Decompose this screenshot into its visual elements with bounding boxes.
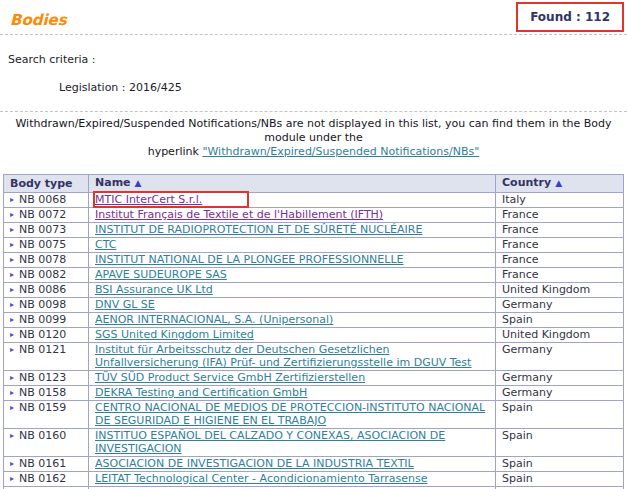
body-name-cell: TÜV SÜD Product Service GmbH Zertifizier… <box>89 371 496 386</box>
row-expand-arrow-icon[interactable]: ▸ <box>10 195 14 204</box>
body-name-link[interactable]: DEKRA Testing and Certification GmbH <box>95 386 307 399</box>
body-type-label: NB 0068 <box>19 193 66 206</box>
body-name-link[interactable]: INSTITUT DE RADIOPROTECTION ET DE SÛRETÉ… <box>95 223 422 236</box>
body-name-link[interactable]: AENOR INTERNACIONAL, S.A. (Unipersonal) <box>95 313 333 326</box>
country-cell: Spain <box>496 472 624 487</box>
body-type-label: NB 0098 <box>19 298 66 311</box>
body-name-cell: APAVE SUDEUROPE SAS <box>89 268 496 283</box>
body-name-wrap: Institut für Arbeitsschutz der Deutschen… <box>95 343 471 369</box>
sort-ascending-icon[interactable]: ▲ <box>135 178 142 188</box>
row-expand-arrow-icon[interactable]: ▸ <box>10 240 14 249</box>
page-header: Bodies Found : 112 <box>0 0 627 35</box>
body-name-cell: Institut für Arbeitsschutz der Deutschen… <box>89 343 496 371</box>
body-name-link[interactable]: DNV GL SE <box>95 298 155 311</box>
row-expand-arrow-icon[interactable]: ▸ <box>10 403 14 412</box>
row-expand-arrow-icon[interactable]: ▸ <box>10 300 14 309</box>
table-row: ▸NB 0159CENTRO NACIONAL DE MEDIOS DE PRO… <box>4 401 624 429</box>
body-type-cell: ▸NB 0121 <box>4 343 89 371</box>
row-expand-arrow-icon[interactable]: ▸ <box>10 345 14 354</box>
row-expand-arrow-icon[interactable]: ▸ <box>10 388 14 397</box>
row-expand-arrow-icon[interactable]: ▸ <box>10 330 14 339</box>
country-cell: France <box>496 208 624 223</box>
withdrawn-note-text2: hyperlink <box>148 145 203 158</box>
body-name-link[interactable]: CENTRO NACIONAL DE MEDIOS DE PROTECCION-… <box>95 401 485 427</box>
body-name-link[interactable]: TÜV SÜD Product Service GmbH Zertifizier… <box>95 371 365 384</box>
table-row: ▸NB 0086BSI Assurance UK LtdUnited Kingd… <box>4 283 624 298</box>
body-type-label: NB 0162 <box>19 472 66 485</box>
withdrawn-notifications-link[interactable]: "Withdrawn/Expired/Suspended Notificatio… <box>202 145 479 158</box>
body-name-cell: INSTITUO ESPAÑOL DEL CALZADO Y CONEXAS, … <box>89 429 496 457</box>
page-title: Bodies <box>10 11 67 29</box>
body-name-link[interactable]: CTC <box>95 238 116 251</box>
country-cell: Germany <box>496 343 624 371</box>
body-type-cell: ▸NB 0123 <box>4 371 89 386</box>
body-type-cell: ▸NB 0159 <box>4 401 89 429</box>
row-expand-arrow-icon[interactable]: ▸ <box>10 255 14 264</box>
body-name-wrap: DNV GL SE <box>95 298 155 311</box>
legislation-value: Legislation : 2016/425 <box>59 81 627 94</box>
body-name-link[interactable]: INSTITUO ESPAÑOL DEL CALZADO Y CONEXAS, … <box>95 429 445 455</box>
sort-ascending-icon[interactable]: ▲ <box>555 178 562 188</box>
body-name-cell: INSTITUT DE RADIOPROTECTION ET DE SÛRETÉ… <box>89 223 496 238</box>
row-expand-arrow-icon[interactable]: ▸ <box>10 210 14 219</box>
body-type-label: NB 0120 <box>19 328 66 341</box>
body-name-cell: DEKRA Testing and Certification GmbH <box>89 386 496 401</box>
column-header-name[interactable]: Name▲ <box>89 175 496 193</box>
body-type-label: NB 0123 <box>19 371 66 384</box>
country-cell: France <box>496 223 624 238</box>
table-row: ▸NB 0160INSTITUO ESPAÑOL DEL CALZADO Y C… <box>4 429 624 457</box>
body-type-cell: ▸NB 0078 <box>4 253 89 268</box>
body-name-link[interactable]: BSI Assurance UK Ltd <box>95 283 213 296</box>
body-type-cell: ▸NB 0086 <box>4 283 89 298</box>
body-name-link[interactable]: ASOCIACION DE INVESTIGACION DE LA INDUST… <box>95 457 414 470</box>
row-expand-arrow-icon[interactable]: ▸ <box>10 459 14 468</box>
country-cell: France <box>496 238 624 253</box>
withdrawn-note-text: Withdrawn/Expired/Suspended Notification… <box>15 117 611 144</box>
body-name-wrap: INSTITUO ESPAÑOL DEL CALZADO Y CONEXAS, … <box>95 429 445 455</box>
table-header-row: Body type Name▲ Country▲ <box>4 175 624 193</box>
table-row: ▸NB 0072Institut Français de Textile et … <box>4 208 624 223</box>
row-expand-arrow-icon[interactable]: ▸ <box>10 431 14 440</box>
body-name-cell: INSTITUT NATIONAL DE LA PLONGEE PROFESSI… <box>89 253 496 268</box>
separator-line <box>0 111 627 112</box>
row-expand-arrow-icon[interactable]: ▸ <box>10 270 14 279</box>
body-name-cell: BSI Assurance UK Ltd <box>89 283 496 298</box>
body-name-link[interactable]: LEITAT Technological Center - Acondicion… <box>95 472 427 485</box>
highlight-annotation-box: MTIC InterCert S.r.l. <box>95 193 247 206</box>
body-name-wrap: LEITAT Technological Center - Acondicion… <box>95 472 427 485</box>
body-name-link[interactable]: Institut Français de Textile et de l'Hab… <box>95 208 383 221</box>
country-cell: Spain <box>496 313 624 328</box>
body-name-wrap: BSI Assurance UK Ltd <box>95 283 213 296</box>
row-expand-arrow-icon[interactable]: ▸ <box>10 285 14 294</box>
country-cell: Spain <box>496 401 624 429</box>
body-name-wrap: AENOR INTERNACIONAL, S.A. (Unipersonal) <box>95 313 333 326</box>
row-expand-arrow-icon[interactable]: ▸ <box>10 225 14 234</box>
withdrawn-note: Withdrawn/Expired/Suspended Notification… <box>0 117 627 159</box>
country-cell: Germany <box>496 386 624 401</box>
row-expand-arrow-icon[interactable]: ▸ <box>10 315 14 324</box>
table-row: ▸NB 0123TÜV SÜD Product Service GmbH Zer… <box>4 371 624 386</box>
body-name-link[interactable]: INSTITUT NATIONAL DE LA PLONGEE PROFESSI… <box>95 253 404 266</box>
body-type-cell: ▸NB 0161 <box>4 457 89 472</box>
body-name-wrap: ASOCIACION DE INVESTIGACION DE LA INDUST… <box>95 457 414 470</box>
body-type-label: NB 0159 <box>19 401 66 414</box>
country-cell: Spain <box>496 429 624 457</box>
column-header-country[interactable]: Country▲ <box>496 175 624 193</box>
body-name-link[interactable]: MTIC InterCert S.r.l. <box>95 193 202 206</box>
table-row: ▸NB 0075CTCFrance <box>4 238 624 253</box>
row-expand-arrow-icon[interactable]: ▸ <box>10 373 14 382</box>
body-name-wrap: TÜV SÜD Product Service GmbH Zertifizier… <box>95 371 365 384</box>
table-row: ▸NB 0120SGS United Kingdom LimitedUnited… <box>4 328 624 343</box>
table-row: ▸NB 0073INSTITUT DE RADIOPROTECTION ET D… <box>4 223 624 238</box>
body-name-link[interactable]: Institut für Arbeitsschutz der Deutschen… <box>95 343 471 369</box>
body-name-cell: LEITAT Technological Center - Acondicion… <box>89 472 496 487</box>
body-name-wrap: CTC <box>95 238 116 251</box>
body-name-cell: CENTRO NACIONAL DE MEDIOS DE PROTECCION-… <box>89 401 496 429</box>
table-row: ▸NB 0161ASOCIACION DE INVESTIGACION DE L… <box>4 457 624 472</box>
body-name-link[interactable]: APAVE SUDEUROPE SAS <box>95 268 227 281</box>
row-expand-arrow-icon[interactable]: ▸ <box>10 474 14 483</box>
search-criteria-label: Search criteria : <box>8 53 627 66</box>
country-cell: France <box>496 253 624 268</box>
body-name-link[interactable]: SGS United Kingdom Limited <box>95 328 254 341</box>
body-type-label: NB 0073 <box>19 223 66 236</box>
